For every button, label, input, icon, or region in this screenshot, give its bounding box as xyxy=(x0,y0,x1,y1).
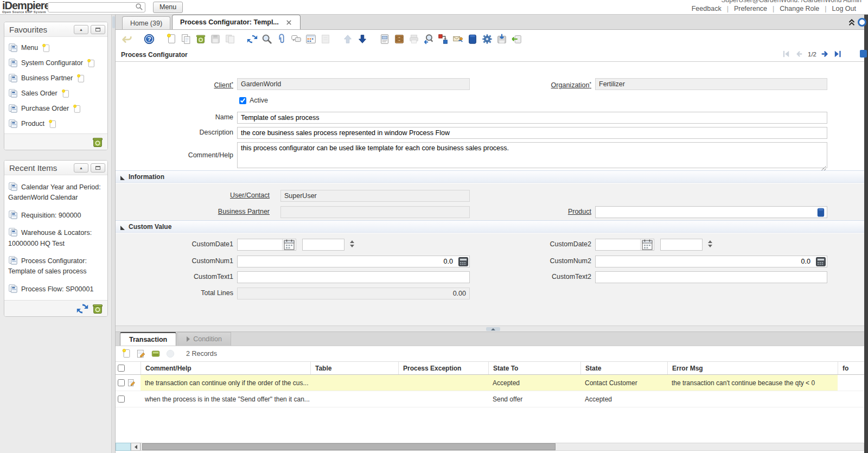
new-record-icon[interactable] xyxy=(164,31,178,46)
calendar-icon[interactable] xyxy=(640,239,654,250)
product-input[interactable] xyxy=(595,206,827,218)
import-icon[interactable] xyxy=(509,31,524,46)
column-header-error-msg[interactable]: Error Msg xyxy=(667,362,838,374)
recent-item[interactable]: Warehouse & Locators: 10000000 HQ Test xyxy=(7,224,105,252)
detail-new-icon[interactable] xyxy=(120,347,133,360)
product-info-icon[interactable] xyxy=(465,31,480,46)
table-row[interactable]: the transaction can continue only if the… xyxy=(116,375,864,391)
column-header-table[interactable]: Table xyxy=(310,362,398,374)
preference-icon[interactable] xyxy=(480,31,494,46)
sidebar-splitter[interactable] xyxy=(111,15,116,453)
attachment-icon[interactable] xyxy=(274,31,289,46)
copy-record-icon[interactable] xyxy=(178,31,193,46)
recent-collapse-button[interactable]: ▲ xyxy=(74,163,88,173)
last-record-icon[interactable] xyxy=(833,49,843,59)
recent-item[interactable]: Requisition: 900000 xyxy=(7,207,105,224)
zoom-across-icon[interactable] xyxy=(421,31,436,46)
scrollbar-thumb[interactable] xyxy=(142,443,556,450)
description-input[interactable] xyxy=(237,127,827,139)
archive-icon[interactable] xyxy=(392,31,406,46)
detail-toggle-icon[interactable] xyxy=(149,347,162,360)
column-header-comment-help[interactable]: Comment/Help xyxy=(141,362,310,374)
section-information[interactable]: Information xyxy=(116,170,864,183)
toplink-feedback[interactable]: Feedback xyxy=(686,5,727,12)
name-input[interactable] xyxy=(237,112,827,124)
column-header-state-to[interactable]: State To xyxy=(488,362,580,374)
client-label[interactable]: Client* xyxy=(121,78,233,89)
toplink-log-out[interactable]: Log Out xyxy=(827,5,861,12)
window-tab-home[interactable]: Home (39) xyxy=(122,16,170,29)
row-checkbox[interactable] xyxy=(118,379,125,386)
calculator-icon[interactable] xyxy=(458,257,469,266)
sidebar-item-product[interactable]: Product xyxy=(7,116,105,131)
refresh-icon[interactable] xyxy=(245,31,259,46)
table-row[interactable]: when the process is in the state "Send o… xyxy=(116,391,864,407)
organization-label[interactable]: Organization* xyxy=(479,78,591,89)
window-tab-active[interactable]: Process Configurator: Templ... xyxy=(172,15,301,29)
row-edit-icon[interactable] xyxy=(127,378,136,387)
menu-button[interactable]: Menu xyxy=(153,2,183,13)
custom-date1-input[interactable] xyxy=(238,239,282,250)
scrollbar-track[interactable] xyxy=(141,443,864,451)
grid-toggle-icon[interactable] xyxy=(303,31,318,46)
previous-record-icon[interactable] xyxy=(795,49,804,59)
next-record-icon[interactable] xyxy=(820,49,829,59)
toplink-change-role[interactable]: Change Role xyxy=(774,5,825,12)
row-checkbox[interactable] xyxy=(118,395,125,403)
active-checkbox[interactable] xyxy=(239,97,246,104)
chat-icon[interactable] xyxy=(289,31,303,46)
sidebar-item-purchase-order[interactable]: Purchase Order xyxy=(7,101,105,116)
column-header-process-exception[interactable]: Process Exception xyxy=(398,362,488,374)
sidebar-item-system-configurator[interactable]: System Configurator xyxy=(7,55,105,71)
collapse-header-icon[interactable] xyxy=(847,17,857,27)
column-header-fo[interactable]: fo xyxy=(838,362,864,374)
recent-refresh-icon[interactable] xyxy=(76,302,89,315)
favourites-trash-icon[interactable] xyxy=(91,136,104,149)
calendar-icon[interactable] xyxy=(282,239,296,250)
delete-record-icon[interactable] xyxy=(193,31,208,46)
sidebar-item-sales-order[interactable]: Sales Order xyxy=(7,86,105,101)
custom-num1-input[interactable] xyxy=(237,256,470,267)
workflow-icon[interactable] xyxy=(436,31,450,46)
section-custom-value[interactable]: Custom Value xyxy=(116,220,864,233)
product-label[interactable]: Product xyxy=(479,206,591,217)
detail-splitter[interactable] xyxy=(116,326,864,332)
requests-icon[interactable] xyxy=(450,31,465,46)
product-search-icon[interactable] xyxy=(816,207,826,217)
recent-item[interactable]: Process Flow: SP00001 xyxy=(7,280,105,298)
favourites-collapse-button[interactable]: ▲ xyxy=(74,25,88,34)
sidebar-item-business-partner[interactable]: Business Partner xyxy=(7,71,105,86)
business-partner-label[interactable]: Business Partner xyxy=(157,206,270,217)
select-all-checkbox[interactable] xyxy=(118,365,125,372)
first-record-icon[interactable] xyxy=(782,49,791,59)
recent-item[interactable]: Calendar Year and Period: GardenWorld Ca… xyxy=(7,178,105,207)
calculator-icon[interactable] xyxy=(815,257,826,266)
recent-item[interactable]: Process Configurator: Template of sales … xyxy=(7,252,105,280)
custom-date2-input[interactable] xyxy=(596,239,640,250)
global-search-input[interactable] xyxy=(48,2,145,12)
custom-num2-input[interactable] xyxy=(595,256,827,267)
help-icon[interactable]: ? xyxy=(142,31,156,46)
recent-trash-icon[interactable] xyxy=(91,302,104,315)
toplink-preference[interactable]: Preference xyxy=(729,5,773,12)
report-icon[interactable] xyxy=(377,31,392,46)
sidebar-item-menu[interactable]: Menu xyxy=(7,40,105,55)
export-icon[interactable] xyxy=(494,31,509,46)
column-header-state[interactable]: State xyxy=(580,362,667,374)
detail-edit-icon[interactable] xyxy=(135,347,148,360)
time2-spinner[interactable] xyxy=(708,240,712,247)
recent-detach-button[interactable] xyxy=(91,163,105,173)
custom-time2-field[interactable] xyxy=(660,239,703,251)
close-tab-icon[interactable] xyxy=(285,19,292,26)
custom-text1-input[interactable] xyxy=(237,271,470,283)
user-contact-label[interactable]: User/Contact xyxy=(157,190,270,201)
comment-help-textarea[interactable] xyxy=(237,142,827,168)
detail-record-icon[interactable] xyxy=(355,31,369,46)
detail-tab-condition[interactable]: Condition xyxy=(177,332,231,346)
favourites-detach-button[interactable] xyxy=(91,25,105,34)
custom-time1-field[interactable] xyxy=(302,239,344,251)
detail-tab-transaction[interactable]: Transaction xyxy=(120,332,176,346)
find-icon[interactable] xyxy=(259,31,274,46)
time1-spinner[interactable] xyxy=(350,240,354,247)
custom-text2-input[interactable] xyxy=(595,271,827,283)
